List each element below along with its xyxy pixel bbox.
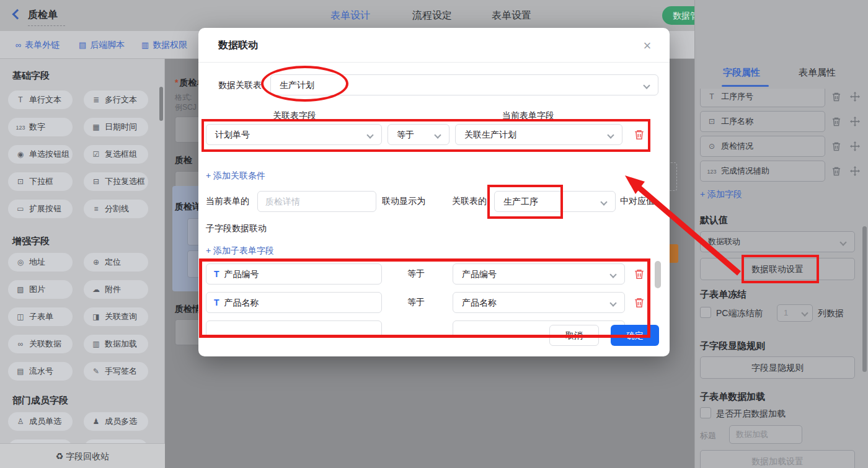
trash-icon[interactable]: [831, 141, 841, 151]
panel-scrollbar[interactable]: [862, 226, 867, 372]
subfield-left-box-partial[interactable]: [206, 320, 382, 337]
canvas-hint: 格式:: [175, 92, 192, 103]
data-linkage-settings-button[interactable]: 数据联动设置: [700, 258, 855, 280]
subfield-row-complete[interactable]: 123完成情况辅助: [700, 161, 825, 182]
field-type-extend-button[interactable]: ▭扩展按钮: [8, 200, 73, 218]
cancel-button[interactable]: 取消: [549, 325, 599, 346]
radio-icon: ◉: [16, 145, 25, 164]
move-icon[interactable]: [850, 166, 860, 176]
subfield-right-select-partial[interactable]: [453, 320, 625, 337]
subfield-left-box[interactable]: T产品编号: [206, 263, 382, 285]
chart-icon: ▥: [91, 335, 101, 353]
sidebar-scrollbar[interactable]: [159, 87, 163, 121]
subfield-row-name[interactable]: ⊡工序名称: [700, 111, 825, 132]
tab-field-properties[interactable]: 字段属性: [723, 67, 760, 79]
subfield-row-seq[interactable]: T工序序号: [700, 86, 825, 107]
field-type-multi-dropdown[interactable]: ⊟下拉复选框: [84, 172, 148, 191]
field-type-relation-data[interactable]: ∞关联数据: [8, 335, 73, 353]
data-load-settings-button[interactable]: 数据加载设置: [700, 450, 855, 468]
tab-form-properties[interactable]: 表单属性: [799, 67, 836, 79]
trash-icon[interactable]: [634, 129, 645, 140]
multiline-icon: ≣: [91, 91, 101, 109]
move-icon[interactable]: [850, 141, 860, 151]
subfield-row-qc[interactable]: ⊙质检情况: [700, 136, 825, 157]
pin-icon: ◎: [16, 253, 25, 272]
field-type-divider[interactable]: ≡分割线: [84, 200, 148, 218]
dashed-placeholder: [668, 162, 677, 191]
field-type-checkbox-group[interactable]: ☑复选框组: [84, 145, 148, 164]
field-type-single-text[interactable]: T单行文本: [8, 91, 73, 109]
condition-field-select[interactable]: 计划单号: [206, 124, 382, 145]
field-type-serial-number[interactable]: ▤流水号: [8, 362, 73, 381]
field-type-datetime[interactable]: ▦日期时间: [84, 118, 148, 136]
tab-form-design[interactable]: 表单设计: [330, 9, 370, 22]
chevron-down-icon: [643, 82, 650, 89]
freeze-checkbox[interactable]: [700, 307, 711, 318]
subfield-right-select[interactable]: 产品名称: [453, 292, 625, 313]
field-type-radio-group[interactable]: ◉单选按钮组: [8, 145, 73, 164]
modal-title: 数据联动: [218, 39, 258, 52]
modal-scrollbar[interactable]: [655, 261, 661, 288]
field-visibility-rules-button[interactable]: 字段显隐规则: [700, 356, 855, 379]
field-type-multi-text[interactable]: ≣多行文本: [84, 91, 148, 109]
detail-field-input[interactable]: 质检详情: [257, 191, 376, 212]
title-dashed-underline: [28, 25, 65, 26]
add-field-link[interactable]: + 添加字段: [700, 189, 742, 200]
trash-icon[interactable]: [831, 166, 841, 176]
move-icon[interactable]: [850, 92, 860, 102]
condition-target-select[interactable]: 关联生产计划: [455, 124, 622, 145]
external-link-item[interactable]: ∞表单外链: [16, 40, 60, 51]
field-type-dropdown[interactable]: ⊡下拉框: [8, 172, 73, 191]
trash-icon[interactable]: [831, 117, 841, 126]
field-type-address[interactable]: ◎地址: [8, 253, 73, 272]
field-type-image[interactable]: ▧图片: [8, 280, 73, 299]
field-recycle-bin[interactable]: ♻ 字段回收站: [0, 443, 165, 468]
trash-icon[interactable]: [831, 92, 841, 102]
crosshair-icon: ⊕: [91, 253, 101, 272]
data-load-title-input[interactable]: 数据加载: [729, 425, 802, 444]
field-type-location[interactable]: ⊕定位: [84, 253, 148, 272]
field-type-signature[interactable]: ✎手写签名: [84, 362, 148, 381]
query-icon: ◨: [91, 307, 101, 326]
radio-icon: ⊙: [707, 136, 717, 156]
add-condition-link[interactable]: + 添加关联条件: [206, 170, 265, 182]
backend-script-item[interactable]: ▤后端脚本: [79, 40, 125, 51]
data-load-checkbox[interactable]: [700, 407, 711, 418]
trash-icon[interactable]: [634, 268, 645, 280]
related-of-label: 关联表的: [452, 196, 487, 207]
condition-op-select[interactable]: 等于: [388, 124, 450, 145]
people-icon: ♟: [91, 412, 101, 431]
add-subfield-link[interactable]: + 添加子表单字段: [206, 245, 274, 257]
tab-form-setting[interactable]: 表单设置: [492, 9, 531, 22]
back-icon[interactable]: [12, 9, 23, 20]
move-icon[interactable]: [850, 117, 860, 126]
field-type-subform[interactable]: ◫子表单: [8, 307, 73, 326]
ok-button[interactable]: 确定: [611, 325, 659, 346]
relation-table-select[interactable]: 生产计划: [270, 74, 658, 95]
canvas-field-label: 质检详: [175, 201, 201, 213]
close-icon[interactable]: ×: [640, 38, 655, 54]
trash-icon[interactable]: [634, 297, 645, 308]
field-type-member-single[interactable]: ♙成员单选: [8, 412, 73, 431]
field-type-member-multi[interactable]: ♟成员多选: [84, 412, 148, 431]
section-title-enhanced: 增强字段: [12, 236, 50, 247]
calendar-icon: ▦: [91, 118, 101, 136]
subfield-left-box[interactable]: T产品名称: [206, 292, 382, 313]
field-type-number[interactable]: 123数字: [8, 118, 73, 136]
subform-data-load-title: 子表单数据加载: [700, 391, 765, 403]
data-permission-item[interactable]: ▥数据权限: [141, 40, 187, 51]
default-value-select[interactable]: 数据联动: [700, 231, 855, 252]
properties-panel: 字段属性 表单属性 T工序序号 ⊡工序名称 ⊙质检情况 123完成情况辅助 + …: [694, 0, 868, 468]
field-type-relation-query[interactable]: ◨关联查询: [84, 307, 148, 326]
subfield-right-select[interactable]: 产品编号: [453, 263, 625, 285]
tab-flow-setting[interactable]: 流程设定: [412, 9, 452, 22]
button-icon: ▭: [16, 200, 25, 218]
section-title-members: 部门成员字段: [12, 395, 68, 407]
related-field-select[interactable]: 生产工序: [494, 191, 616, 212]
field-type-attachment[interactable]: ☁附件: [84, 280, 148, 299]
freeze-count-select[interactable]: 1: [777, 304, 813, 322]
text-icon: T: [707, 87, 717, 107]
active-tab-underline: [722, 85, 769, 87]
recycle-icon: ♻: [56, 451, 64, 461]
field-type-data-load[interactable]: ▥数据加载: [84, 335, 148, 353]
